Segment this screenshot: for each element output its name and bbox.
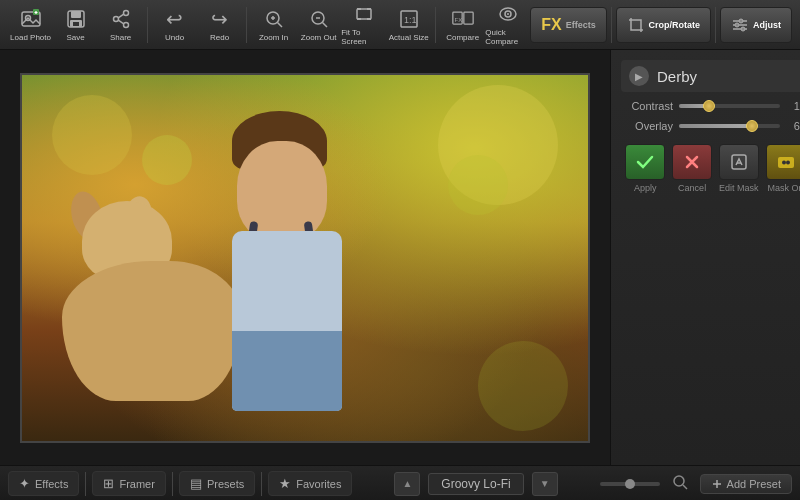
framer-tab-label: Framer (119, 478, 154, 490)
save-button[interactable]: Save (53, 3, 98, 47)
bokeh-5 (478, 341, 568, 431)
action-buttons: Apply Cancel Edit Mask (621, 140, 800, 197)
adjust-icon (731, 16, 749, 34)
bottom-sep-1 (85, 472, 86, 496)
search-button[interactable] (664, 470, 696, 498)
redo-icon: ↪ (209, 8, 231, 30)
svg-point-31 (507, 13, 509, 15)
compare-button[interactable]: FX Compare (440, 3, 485, 47)
prev-preset-button[interactable]: ▲ (394, 472, 420, 496)
redo-button[interactable]: ↪ Redo (197, 3, 242, 47)
fit-screen-label: Fit To Screen (341, 28, 386, 46)
share-icon (110, 8, 132, 30)
bottom-sep-3 (261, 472, 262, 496)
favorites-tab[interactable]: ★ Favorites (268, 471, 352, 496)
share-label: Share (110, 33, 131, 42)
child-pants (232, 331, 342, 411)
effects-tab-label: Effects (35, 478, 68, 490)
actual-size-button[interactable]: 1:1 Actual Size (386, 3, 431, 47)
compare-label: Compare (446, 33, 479, 42)
favorites-tab-label: Favorites (296, 478, 341, 490)
contrast-slider-thumb[interactable] (703, 100, 715, 112)
contrast-value: 13 (786, 100, 800, 112)
save-icon (65, 8, 87, 30)
edit-mask-icon (719, 144, 759, 180)
zoom-in-button[interactable]: Zoom In (251, 3, 296, 47)
fit-screen-button[interactable]: Fit To Screen (341, 3, 386, 47)
quick-compare-button[interactable]: Quick Compare (485, 3, 530, 47)
right-panel: ▶ Derby Contrast 13 Overlay 64 (610, 50, 800, 465)
bottom-sep-2 (172, 472, 173, 496)
add-preset-button[interactable]: Add Preset (700, 474, 792, 494)
quick-compare-icon (497, 3, 519, 25)
cancel-button[interactable]: Cancel (672, 144, 713, 193)
load-photo-button[interactable]: Load Photo (8, 3, 53, 47)
separator-5 (715, 7, 716, 43)
svg-line-11 (118, 20, 123, 24)
edit-mask-button[interactable]: Edit Mask (719, 144, 760, 193)
svg-rect-4 (71, 11, 81, 18)
redo-label: Redo (210, 33, 229, 42)
zoom-out-button[interactable]: Zoom Out (296, 3, 341, 47)
overlay-slider-fill (679, 124, 752, 128)
undo-button[interactable]: ↩ Undo (152, 3, 197, 47)
presets-tab[interactable]: ▤ Presets (179, 471, 255, 496)
photo-area (0, 50, 610, 465)
svg-line-44 (683, 485, 687, 489)
play-button[interactable]: ▶ (629, 66, 649, 86)
contrast-row: Contrast 13 (621, 100, 800, 112)
crop-label: Crop/Rotate (649, 20, 701, 30)
svg-text:1:1: 1:1 (404, 15, 417, 25)
adjust-button[interactable]: Adjust (720, 7, 792, 43)
top-toolbar: Load Photo Save Share ↩ Undo (0, 0, 800, 50)
framer-tab[interactable]: ⊞ Framer (92, 471, 165, 496)
svg-rect-19 (357, 9, 371, 19)
undo-label: Undo (165, 33, 184, 42)
child-silhouette (212, 131, 372, 411)
svg-line-18 (322, 22, 327, 27)
mask-on-label: Mask On (768, 183, 800, 193)
svg-point-41 (782, 161, 786, 165)
svg-line-10 (118, 14, 123, 18)
active-preset-label: Groovy Lo-Fi (428, 473, 523, 495)
preset-area: ▲ Groovy Lo-Fi ▼ (356, 472, 595, 496)
zoom-thumb[interactable] (625, 479, 635, 489)
fx-effects-button[interactable]: FX Effects (530, 7, 606, 43)
framer-tab-icon: ⊞ (103, 476, 114, 491)
crop-rotate-button[interactable]: Crop/Rotate (616, 7, 712, 43)
apply-button[interactable]: Apply (625, 144, 666, 193)
svg-line-15 (277, 22, 282, 27)
effects-tab[interactable]: ✦ Effects (8, 471, 79, 496)
overlay-slider-track[interactable] (679, 124, 780, 128)
contrast-slider-track[interactable] (679, 104, 780, 108)
fit-screen-icon (353, 3, 375, 25)
main-area: ▶ Derby Contrast 13 Overlay 64 (0, 50, 800, 465)
apply-icon (625, 144, 665, 180)
mask-on-icon (766, 144, 800, 180)
cancel-label: Cancel (678, 183, 706, 193)
svg-rect-27 (464, 12, 473, 24)
mask-on-button[interactable]: Mask On (765, 144, 800, 193)
cancel-icon (672, 144, 712, 180)
quick-compare-label: Quick Compare (485, 28, 530, 46)
favorites-tab-icon: ★ (279, 476, 291, 491)
zoom-out-label: Zoom Out (301, 33, 337, 42)
overlay-slider-thumb[interactable] (746, 120, 758, 132)
zoom-in-label: Zoom In (259, 33, 288, 42)
crop-icon (627, 16, 645, 34)
load-photo-icon (20, 8, 42, 30)
svg-rect-38 (732, 155, 746, 169)
actual-size-label: Actual Size (389, 33, 429, 42)
overlay-label: Overlay (625, 120, 673, 132)
search-icon (672, 474, 688, 490)
apply-label: Apply (634, 183, 657, 193)
contrast-label: Contrast (625, 100, 673, 112)
svg-point-35 (735, 23, 739, 27)
svg-point-9 (123, 22, 128, 27)
separator-3 (435, 7, 436, 43)
zoom-slider[interactable] (600, 482, 660, 486)
next-preset-button[interactable]: ▼ (532, 472, 558, 496)
edit-mask-label: Edit Mask (719, 183, 759, 193)
separator-4 (611, 7, 612, 43)
share-button[interactable]: Share (98, 3, 143, 47)
